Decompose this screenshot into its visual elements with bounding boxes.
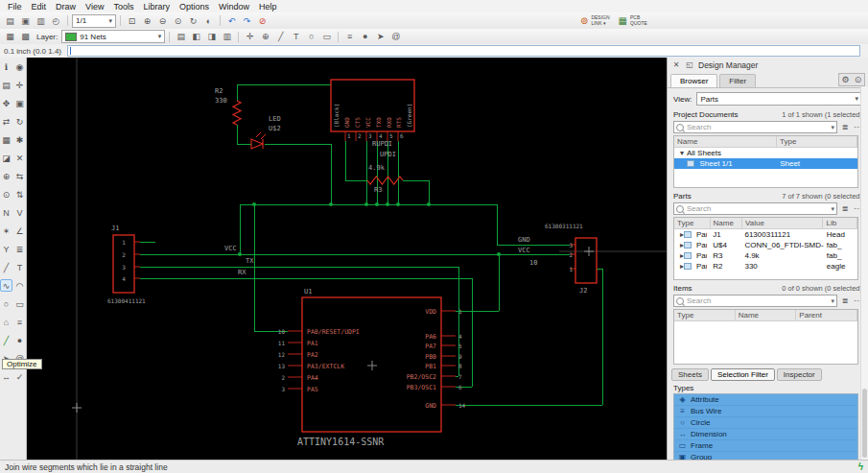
net-label[interactable]: 61300311121 — [545, 223, 583, 229]
design-link-button[interactable]: ⊚ DESIGNLINK ▾ — [576, 15, 614, 26]
net-label[interactable]: R3 — [374, 186, 382, 194]
close-icon[interactable]: ✕ — [671, 60, 681, 70]
net-label[interactable]: GND — [518, 236, 530, 244]
circle-tool-icon[interactable]: ○ — [304, 31, 318, 43]
menu-edit[interactable]: Edit — [27, 2, 52, 12]
net-label[interactable]: LED — [269, 115, 281, 123]
expand-arrow-icon[interactable]: ▸ — [677, 251, 684, 260]
r2-resistor[interactable] — [233, 101, 241, 125]
type-row-bus-wire[interactable]: ≡Bus Wire — [674, 406, 857, 417]
list-view-icon[interactable]: ≣ — [840, 204, 850, 213]
u1-pin-name[interactable]: PA3/EXTCLK — [307, 363, 344, 370]
junction-dot[interactable] — [427, 202, 431, 206]
u1-pin-name[interactable]: PB1 — [425, 363, 436, 370]
display-layers-icon[interactable]: ▤ — [174, 31, 188, 43]
gateswap-icon[interactable]: ⇅ — [13, 188, 26, 201]
pin-number[interactable]: 3 — [368, 132, 372, 139]
cam-processor-icon[interactable]: ◴ — [49, 14, 63, 27]
u1-pin-name[interactable]: GND — [425, 402, 436, 410]
pin-number[interactable]: 5 — [389, 132, 393, 139]
u1-pin-name[interactable]: PA0/RESET/UDPI — [307, 328, 360, 336]
net-label[interactable]: RUPDI — [372, 140, 392, 148]
expand-arrow-icon[interactable]: ▸ — [677, 230, 684, 239]
junction-tool-icon[interactable]: ● — [358, 31, 372, 43]
print-icon[interactable]: ▥ — [34, 14, 48, 27]
junction-dot[interactable] — [396, 202, 400, 206]
header-pin-name[interactable]: (Black) — [333, 104, 340, 128]
grid-dots-icon[interactable]: ▩ — [18, 31, 33, 43]
pin-number[interactable]: 4 — [458, 333, 462, 340]
rotate-icon[interactable]: ↻ — [13, 115, 26, 128]
column-header[interactable]: Lib — [823, 218, 857, 228]
move-tool-icon[interactable]: ✛ — [243, 31, 257, 43]
view-selector[interactable]: Parts ▾ — [696, 92, 862, 106]
group-icon[interactable]: ▦ — [0, 133, 12, 146]
junction-dot[interactable] — [364, 202, 368, 206]
move-icon[interactable]: ✥ — [0, 97, 12, 109]
pin-number[interactable]: 1 — [122, 239, 126, 246]
zoom-fit-icon[interactable]: ⊡ — [125, 14, 139, 27]
scrollbar-thumb[interactable] — [862, 389, 867, 458]
tab-inspector[interactable]: Inspector — [777, 368, 822, 381]
value-icon[interactable]: V — [13, 206, 26, 219]
net-label[interactable]: U1 — [304, 288, 312, 296]
layer-color-icon[interactable]: ◐ — [201, 14, 216, 27]
schematic-canvas[interactable]: R2330LEDU$2RUPDIUPDI4.9kR3J161300411121V… — [27, 58, 693, 461]
header-pin-name[interactable]: RXD — [386, 117, 392, 128]
u1-pin-name[interactable]: PA4 — [307, 374, 318, 382]
save-icon[interactable]: ▣ — [18, 14, 33, 27]
pin-number[interactable]: 4 — [122, 275, 126, 282]
grid-icon[interactable]: ▦ — [3, 31, 17, 43]
junction-dot[interactable] — [386, 202, 389, 206]
rect-tool-icon[interactable]: ▭ — [319, 31, 334, 43]
net-label[interactable]: U$2 — [269, 125, 281, 132]
u1-pin-name[interactable]: PB0 — [425, 353, 436, 361]
pin-number[interactable]: 12 — [278, 351, 286, 358]
pin-number[interactable]: 5 — [458, 343, 462, 349]
table-row[interactable]: Sheet 1/1Sheet — [674, 158, 857, 169]
table-row[interactable]: ▸PartU$4CONN_06_FTDI-SMD-HEADERfab_ — [674, 240, 857, 250]
column-header[interactable]: Name — [674, 136, 777, 147]
optimize-icon[interactable]: ∿ — [0, 279, 12, 292]
zoom-select-icon[interactable]: ⊙ — [171, 14, 185, 27]
display-icon[interactable]: ▤ — [0, 79, 12, 91]
header-pin-name[interactable]: GND — [343, 117, 350, 128]
delete-icon[interactable]: ✕ — [13, 152, 26, 164]
u1-pin-name[interactable]: VDD — [425, 308, 436, 316]
text-icon[interactable]: T — [13, 261, 26, 273]
net-label[interactable]: 61300411121 — [107, 297, 146, 304]
type-row-dimension[interactable]: ↔Dimension — [674, 429, 857, 440]
header-pin-name[interactable]: VCC — [364, 117, 371, 128]
float-panel-icon[interactable]: ◱ — [685, 60, 694, 70]
pane-right-icon[interactable]: ◨ — [204, 31, 219, 43]
j2-outline[interactable] — [575, 238, 597, 283]
pin-number[interactable]: 2 — [358, 132, 362, 139]
dimension-icon[interactable]: ↔ — [0, 370, 12, 383]
junction-dot[interactable] — [497, 252, 501, 256]
table-row[interactable]: ▸PartR34.9kfab_ — [674, 250, 857, 261]
pin-number[interactable]: 1 — [347, 132, 351, 139]
sheet-selector[interactable]: 1/1 ▾ — [72, 14, 116, 28]
polygon-icon[interactable]: ⌂ — [0, 316, 12, 328]
junction-dot[interactable] — [329, 202, 333, 206]
column-header[interactable]: Value — [742, 218, 823, 228]
panel-scrollbar[interactable] — [860, 86, 868, 461]
pin-number[interactable]: 10 — [278, 328, 286, 335]
menu-file[interactable]: File — [3, 2, 27, 12]
menu-help[interactable]: Help — [254, 2, 282, 12]
zoom-in-icon[interactable]: ⊕ — [140, 14, 154, 27]
name-icon[interactable]: N — [0, 206, 12, 219]
header-pin-name[interactable]: TXD — [375, 117, 382, 128]
search-input-items[interactable]: Search▾ — [673, 295, 837, 307]
pin-number[interactable]: 6 — [400, 132, 404, 139]
column-header[interactable]: Type — [674, 310, 736, 320]
header-pin-name[interactable]: (Green) — [406, 104, 412, 128]
menu-library[interactable]: Library — [138, 2, 175, 12]
invoke-icon[interactable]: ≣ — [13, 243, 26, 255]
junction-dot[interactable] — [238, 252, 242, 256]
u1-pin-name[interactable]: PA6 — [425, 333, 436, 341]
bus-tool-icon[interactable]: ≡ — [342, 31, 357, 43]
zoom-out-icon[interactable]: ⊖ — [155, 14, 170, 27]
pin-number[interactable]: 14 — [458, 402, 466, 409]
net-label[interactable]: ATTINY1614-SSNR — [297, 437, 385, 447]
